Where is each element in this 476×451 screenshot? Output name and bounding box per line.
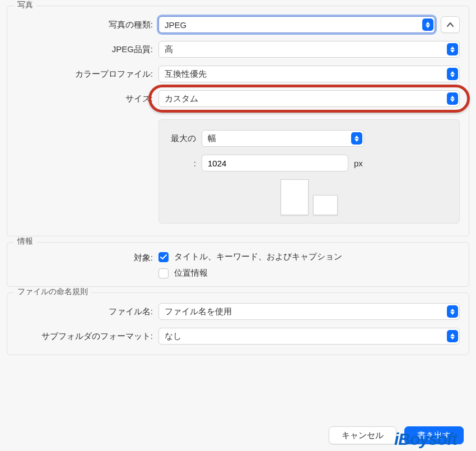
color-profile-select[interactable]: 互換性優先	[158, 66, 460, 82]
color-profile-value: 互換性優先	[165, 69, 207, 80]
title-keywords-checkbox[interactable]	[158, 252, 169, 262]
max-dimension-select[interactable]: 幅	[202, 130, 364, 147]
filename-value: ファイル名を使用	[165, 306, 232, 317]
info-legend: 情報	[14, 236, 36, 247]
title-keywords-label: タイトル、キーワード、およびキャプション	[174, 252, 342, 262]
size-value: カスタム	[165, 94, 198, 104]
updown-icon	[447, 68, 458, 80]
subfolder-value: なし	[165, 331, 181, 342]
collapse-button[interactable]	[441, 16, 460, 33]
photo-section: 写真 写真の種類: JPEG JPEG品質: 高 カラープロファイル: 互換性優…	[7, 6, 469, 236]
location-label: 位置情報	[174, 268, 208, 278]
photo-type-label: 写真の種類:	[16, 20, 158, 30]
export-button[interactable]: 書き出す	[404, 426, 464, 444]
jpeg-quality-select[interactable]: 高	[158, 41, 460, 58]
size-subpanel: 最大の 幅 : px	[158, 119, 460, 224]
max-label: 最大の	[170, 133, 202, 144]
chevron-up-icon	[447, 22, 454, 27]
thumbnail-landscape	[313, 195, 338, 215]
location-checkbox[interactable]	[158, 268, 169, 278]
dimension-unit: px	[354, 159, 363, 168]
updown-icon	[447, 305, 458, 318]
filename-select[interactable]: ファイル名を使用	[158, 303, 460, 320]
cancel-button[interactable]: キャンセル	[329, 426, 396, 444]
thumbnail-portrait	[281, 179, 309, 215]
dimension-input[interactable]	[202, 155, 348, 171]
size-label: サイズ:	[16, 94, 158, 104]
updown-icon	[422, 18, 433, 31]
preview-thumbnails	[170, 179, 448, 215]
subfolder-label: サブフォルダのフォーマット:	[16, 331, 158, 342]
updown-icon	[447, 92, 458, 105]
photo-type-select[interactable]: JPEG	[158, 16, 435, 33]
photo-type-value: JPEG	[165, 20, 186, 30]
jpeg-quality-value: 高	[165, 44, 173, 55]
subfolder-select[interactable]: なし	[158, 328, 460, 345]
updown-icon	[447, 43, 458, 55]
updown-icon	[447, 330, 458, 342]
max-dimension-value: 幅	[208, 133, 216, 144]
photo-legend: 写真	[14, 0, 36, 10]
naming-legend: ファイルの命名規則	[14, 287, 91, 297]
info-section: 情報 対象: タイトル、キーワード、およびキャプション 位置情報	[7, 242, 469, 287]
cancel-label: キャンセル	[342, 430, 384, 441]
updown-icon	[351, 132, 362, 145]
dialog-footer: キャンセル 書き出す	[329, 426, 464, 444]
color-profile-label: カラープロファイル:	[16, 69, 158, 80]
check-icon	[160, 254, 167, 260]
size-select[interactable]: カスタム	[158, 90, 460, 107]
dimension-colon-label: :	[170, 159, 202, 168]
naming-section: ファイルの命名規則 ファイル名: ファイル名を使用 サブフォルダのフォーマット:…	[7, 292, 469, 355]
export-label: 書き出す	[417, 430, 451, 441]
target-label: 対象:	[16, 252, 158, 263]
filename-label: ファイル名:	[16, 306, 158, 317]
jpeg-quality-label: JPEG品質:	[16, 44, 158, 55]
